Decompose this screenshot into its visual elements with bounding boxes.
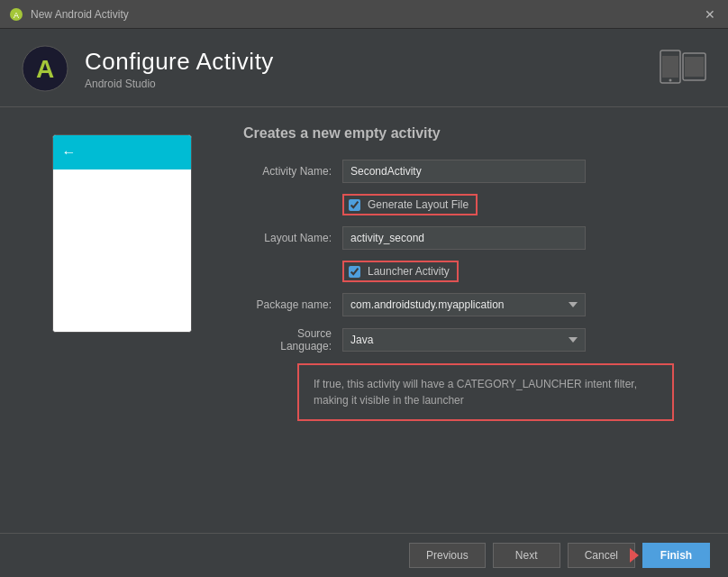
cancel-button[interactable]: Cancel (568, 543, 635, 568)
source-language-label: Source Language: (243, 327, 342, 353)
package-name-select[interactable]: com.androidstudy.myapplication (342, 293, 586, 316)
close-button[interactable]: ✕ (701, 7, 719, 22)
svg-text:A: A (14, 11, 19, 20)
footer: Previous Next Cancel Finish (0, 533, 728, 577)
layout-name-input[interactable] (342, 226, 586, 250)
generate-layout-checkbox[interactable] (349, 199, 360, 211)
layout-name-row: Layout Name: (243, 226, 701, 250)
activity-name-input[interactable] (342, 160, 586, 183)
android-icon: A (9, 7, 23, 22)
previous-button[interactable]: Previous (409, 543, 486, 568)
android-studio-logo: A (22, 45, 68, 92)
phone-preview: ← (52, 134, 192, 333)
tooltip-box: If true, this activity will have a CATEG… (297, 363, 674, 421)
title-bar: A New Android Activity ✕ (0, 0, 728, 29)
phone-header-bar: ← (53, 135, 191, 169)
source-language-select[interactable]: Java Kotlin (342, 328, 586, 352)
activity-name-label: Activity Name: (243, 165, 342, 178)
phone-content-area (53, 169, 191, 333)
header: A Configure Activity Android Studio (0, 29, 728, 107)
next-button[interactable]: Next (493, 543, 560, 568)
activity-name-row: Activity Name: (243, 160, 701, 183)
header-titles: Configure Activity Android Studio (85, 48, 660, 90)
android-studio-subtitle: Android Studio (85, 78, 660, 90)
generate-layout-label: Generate Layout File (368, 198, 469, 211)
svg-text:A: A (36, 55, 54, 83)
svg-rect-5 (662, 56, 678, 78)
launcher-activity-checkbox[interactable] (349, 266, 360, 278)
package-name-label: Package name: (243, 298, 342, 311)
svg-rect-8 (685, 57, 704, 77)
phone-preview-area: ← (0, 125, 234, 515)
main-content: ← Creates a new empty activity Activity … (0, 107, 728, 533)
generate-layout-row: Generate Layout File (342, 194, 701, 215)
title-bar-text: New Android Activity (31, 8, 701, 21)
layout-name-label: Layout Name: (243, 232, 342, 244)
package-name-row: Package name: com.androidstudy.myapplica… (243, 293, 701, 316)
device-icon (660, 49, 706, 88)
section-title: Creates a new empty activity (243, 125, 701, 142)
configure-activity-title: Configure Activity (85, 48, 660, 76)
launcher-activity-checkbox-wrapper[interactable]: Launcher Activity (342, 261, 459, 282)
launcher-activity-row: Launcher Activity (342, 261, 701, 282)
back-arrow-icon: ← (62, 144, 77, 160)
generate-layout-checkbox-wrapper[interactable]: Generate Layout File (342, 194, 478, 215)
finish-button[interactable]: Finish (642, 543, 710, 568)
tooltip-text: If true, this activity will have a CATEG… (314, 378, 637, 407)
svg-point-6 (669, 79, 672, 82)
launcher-activity-label: Launcher Activity (368, 265, 450, 278)
form-area: Creates a new empty activity Activity Na… (234, 125, 728, 515)
source-language-row: Source Language: Java Kotlin (243, 327, 701, 353)
finish-arrow-indicator: Finish (642, 543, 710, 568)
